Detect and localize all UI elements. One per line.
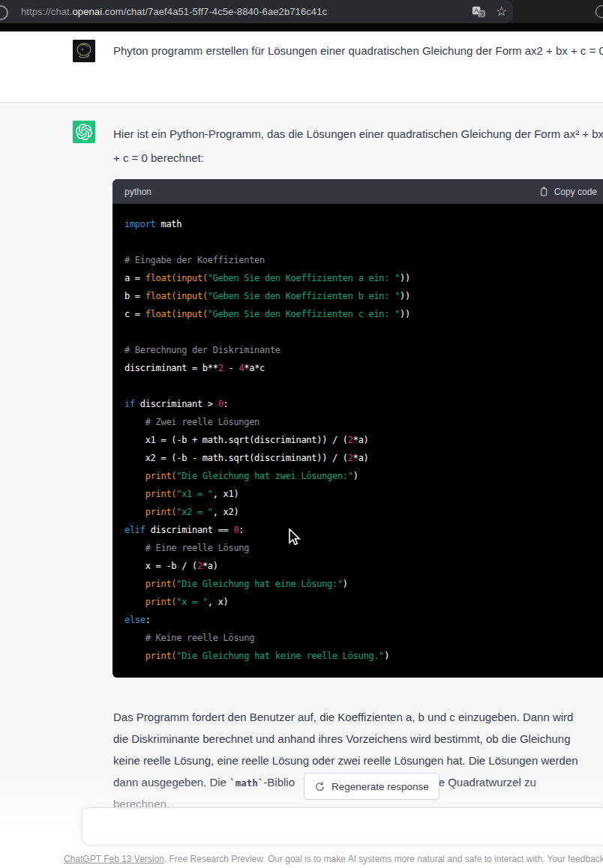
extension-icon[interactable] (596, 5, 603, 18)
copy-code-button[interactable]: Copy code (539, 186, 597, 197)
code-line: print("x2 = ", x2) (124, 503, 597, 521)
mouse-cursor (289, 528, 302, 548)
openai-logo-icon (76, 124, 92, 140)
code-line: print("Die Gleichung hat eine Lösung:") (124, 575, 597, 593)
code-line: print("x = ", x) (124, 593, 597, 611)
code-line: c = float(input("Geben Sie den Koeffizie… (124, 305, 597, 323)
footer-disclaimer: ChatGPT Feb 13 Version. Free Research Pr… (64, 854, 603, 864)
svg-text:文: 文 (479, 10, 485, 17)
bookmark-star-icon[interactable]: ☆ (494, 2, 508, 21)
url-path: .com/chat/7aef4a51-5ff7-4c5e-8840-6ae2b7… (102, 6, 327, 17)
outro-line: Das Programm fordert den Benutzer auf, d… (113, 706, 603, 728)
user-message-row: Phyton programm erstellen für Lösungen e… (0, 31, 603, 102)
translate-icon[interactable]: A 文 (472, 4, 486, 19)
refresh-icon (314, 781, 326, 792)
copy-code-label: Copy code (554, 187, 597, 197)
code-line (124, 323, 597, 341)
regenerate-response-button[interactable]: Regenerate response (304, 773, 440, 800)
browser-toolbar: https://chat.openai.com/chat/7aef4a51-5f… (0, 0, 603, 23)
code-block-header: python Copy code (112, 179, 603, 204)
inline-code-math: `math` (230, 777, 263, 789)
top-divider (0, 23, 603, 31)
message-input[interactable] (82, 807, 603, 846)
outro-line-fragment: die Quadratwurzel zu (430, 771, 536, 793)
assistant-intro-text: Hier ist ein Python-Programm, das die Lö… (113, 122, 603, 170)
url-text[interactable]: https://chat.openai.com/chat/7aef4a51-5f… (21, 0, 327, 23)
url-domain: openai (73, 6, 103, 17)
code-line: x1 = (-b + math.sqrt(discriminant)) / (2… (124, 431, 597, 449)
code-body: import math # Eingabe der Koeffizientena… (112, 204, 603, 678)
page-info-icon[interactable] (0, 5, 8, 20)
regenerate-response-label: Regenerate response (332, 781, 429, 792)
code-line: print("Die Gleichung hat zwei Lösungen:"… (124, 467, 597, 485)
code-line: import math (124, 215, 597, 233)
code-line: # Eine reelle Lösung (124, 539, 597, 557)
code-line: discriminant = b**2 - 4*a*c (124, 359, 597, 377)
assistant-avatar (73, 121, 95, 143)
code-line: a = float(input("Geben Sie den Koeffizie… (124, 269, 597, 287)
code-line: else: (124, 611, 597, 629)
assistant-message-row: Hier ist ein Python-Programm, das die Lö… (0, 102, 603, 868)
code-line: x2 = (-b - math.sqrt(discriminant)) / (2… (124, 449, 597, 467)
code-line: # Keine reelle Lösung (124, 629, 597, 647)
code-line (124, 233, 597, 251)
svg-text:A: A (474, 7, 478, 14)
code-line: elif discriminant == 0: (124, 521, 597, 539)
code-line: # Berechnung der Diskriminante (124, 341, 597, 359)
code-line: x = -b / (2*a) (124, 557, 597, 575)
code-line: print("x1 = ", x1) (124, 485, 597, 503)
user-avatar (73, 40, 95, 62)
outro-line: die Diskriminante berechnet und anhand i… (113, 728, 603, 750)
code-block: python Copy code import math # Eingabe d… (112, 179, 603, 678)
address-bar[interactable]: https://chat.openai.com/chat/7aef4a51-5f… (0, 0, 513, 23)
clipboard-icon (539, 186, 549, 197)
code-line: b = float(input("Geben Sie den Koeffizie… (124, 287, 597, 305)
user-message-text: Phyton programm erstellen für Lösungen e… (113, 39, 603, 63)
url-scheme: https://chat. (21, 6, 73, 17)
code-line: print("Die Gleichung hat keine reelle Lö… (124, 647, 597, 665)
outro-line: keine reelle Lösung, eine reelle Lösung … (113, 750, 603, 771)
code-line: if discriminant > 0: (124, 395, 597, 413)
footer-text: . Free Research Preview. Our goal is to … (164, 854, 603, 864)
code-line (124, 377, 597, 395)
code-language-label: python (124, 187, 152, 197)
footer-version-link[interactable]: ChatGPT Feb 13 Version (64, 854, 164, 864)
code-line: # Zwei reelle Lösungen (124, 413, 597, 431)
code-line: # Eingabe der Koeffizienten (124, 251, 597, 269)
